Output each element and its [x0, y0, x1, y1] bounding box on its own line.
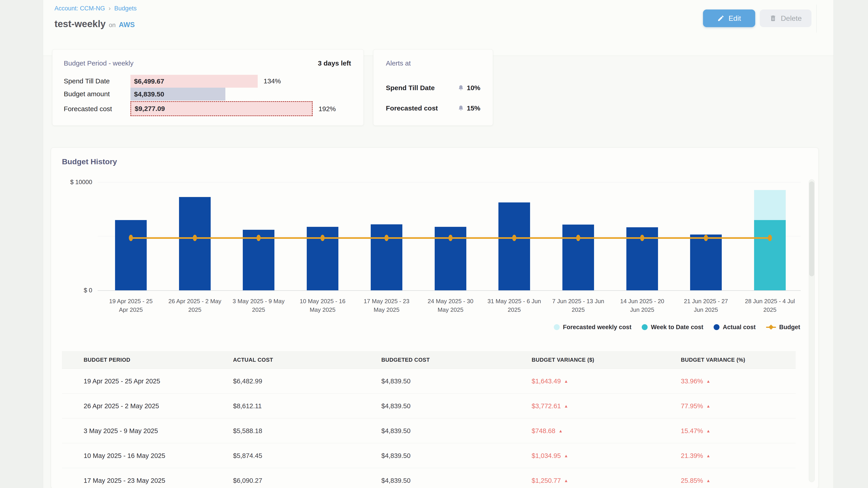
variance-up-icon: ▲: [706, 453, 710, 458]
table-header-cell: BUDGET PERIOD: [84, 357, 130, 363]
budget-line-marker[interactable]: [704, 235, 708, 241]
budget-period-title: Budget Period - weekly: [64, 59, 133, 67]
alert-label: Forecasted cost: [386, 104, 438, 112]
chart-bar-actual[interactable]: [115, 220, 147, 290]
budget-line-marker[interactable]: [512, 235, 516, 241]
budget-line-marker[interactable]: [640, 235, 644, 241]
x-axis-label: 14 Jun 2025 - 20Jun 2025: [606, 297, 678, 314]
page-header: Account: CCM-NG›Budgets test-weeklyonAWS…: [43, 0, 833, 56]
chart-bar-actual[interactable]: [690, 234, 722, 290]
table-cell: 3 May 2025 - 9 May 2025: [84, 427, 158, 434]
breadcrumb-budgets-link[interactable]: Budgets: [114, 5, 137, 12]
table-row: 10 May 2025 - 16 May 2025$5,874.45$4,839…: [62, 443, 796, 468]
table-row: 26 Apr 2025 - 2 May 2025$8,612.11$4,839.…: [62, 394, 796, 418]
legend-item[interactable]: Week to Date cost: [642, 324, 703, 331]
alert-threshold-value: 10%: [467, 84, 480, 92]
alert-threshold-value: 15%: [467, 104, 480, 112]
table-cell: $4,839.50: [381, 377, 410, 385]
legend-item[interactable]: Budget: [766, 324, 800, 331]
x-axis-label: 17 May 2025 - 23May 2025: [350, 297, 423, 314]
table-row: 19 Apr 2025 - 25 Apr 2025$6,482.99$4,839…: [62, 369, 796, 394]
main-panel: Account: CCM-NG›Budgets test-weeklyonAWS…: [43, 0, 834, 488]
legend-label: Budget: [779, 324, 800, 331]
table-cell: $8,612.11: [233, 402, 262, 410]
budget-line-marker[interactable]: [576, 235, 580, 241]
table-cell: 19 Apr 2025 - 25 Apr 2025: [84, 377, 160, 385]
variance-up-icon: ▲: [706, 403, 710, 408]
delete-button-label: Delete: [781, 14, 802, 23]
provider-label: AWS: [119, 21, 135, 29]
table-cell: $6,482.99: [233, 377, 262, 385]
x-axis-label: 31 May 2025 - 6 Jun2025: [478, 297, 550, 314]
pencil-icon: [717, 15, 724, 22]
budget-line-marker[interactable]: [320, 235, 324, 241]
variance-up-icon: ▲: [706, 478, 710, 483]
x-axis-label: 7 Jun 2025 - 13 Jun2025: [542, 297, 614, 314]
budget-line-marker[interactable]: [768, 235, 772, 241]
table-cell: $5,874.45: [233, 452, 262, 459]
y-axis-label: $ 0: [51, 287, 92, 294]
legend-swatch-line-marker: [766, 324, 776, 330]
legend-item[interactable]: Actual cost: [714, 324, 756, 331]
chart-bar-actual[interactable]: [179, 197, 211, 290]
budget-line-marker[interactable]: [448, 235, 453, 241]
x-axis-label: 19 Apr 2025 - 25Apr 2025: [95, 297, 167, 314]
budget-line-marker[interactable]: [256, 235, 260, 241]
chart-bar-week-to-date[interactable]: [754, 220, 786, 290]
table-header-cell: BUDGETED COST: [381, 357, 430, 363]
legend-label: Actual cost: [723, 324, 756, 331]
legend-swatch-circle: [642, 324, 648, 330]
table-header-cell: BUDGET VARIANCE ($): [532, 357, 594, 363]
budget-row-label: Budget amount: [64, 90, 110, 98]
legend-label: Week to Date cost: [651, 324, 703, 331]
table-cell: 10 May 2025 - 16 May 2025: [84, 452, 165, 459]
table-cell-variance: $3,772.61▲: [532, 402, 568, 410]
table-header-cell: BUDGET VARIANCE (%): [681, 357, 745, 363]
table-cell-variance: $748.68▲: [532, 427, 563, 434]
legend-item[interactable]: Forecasted weekly cost: [554, 324, 631, 331]
variance-up-icon: ▲: [564, 403, 568, 408]
chart-bar-forecasted-weekly[interactable]: [754, 190, 786, 220]
delete-button[interactable]: Delete: [760, 9, 811, 27]
x-axis-label: 10 May 2025 - 16May 2025: [286, 297, 359, 314]
trash-icon: [770, 15, 777, 22]
chart-bar-actual[interactable]: [371, 224, 402, 290]
alert-threshold: 15%: [458, 104, 480, 112]
budget-history-card: Budget History $ 0$ 1000019 Apr 2025 - 2…: [51, 148, 818, 488]
budget-bar-value: $6,499.67: [134, 77, 164, 85]
breadcrumb-account-link[interactable]: Account: CCM-NG: [55, 5, 105, 12]
x-axis-label: 28 Jun 2025 - 4 Jul2025: [734, 297, 806, 314]
budget-bar-value: $9,277.09: [135, 105, 165, 112]
table-cell-variance: 15.47%▲: [681, 427, 710, 434]
budget-line-marker[interactable]: [384, 235, 389, 241]
chart-bar-actual[interactable]: [498, 202, 530, 290]
legend-swatch-circle: [714, 324, 719, 330]
table-header-row: BUDGET PERIODACTUAL COSTBUDGETED COSTBUD…: [62, 351, 796, 369]
days-left-label: 3 days left: [318, 59, 351, 67]
x-axis-line: [98, 290, 801, 291]
table-cell-variance: $1,034.95▲: [532, 452, 568, 459]
table-cell: $4,839.50: [381, 477, 410, 484]
variance-up-icon: ▲: [564, 379, 568, 383]
breadcrumb: Account: CCM-NG›Budgets: [55, 5, 137, 12]
legend-label: Forecasted weekly cost: [563, 324, 631, 331]
table-cell-variance: 25.85%▲: [681, 477, 710, 484]
page: { "breadcrumb": { "items": [ { "label": …: [0, 0, 868, 488]
table-header-cell: ACTUAL COST: [233, 357, 273, 363]
legend-swatch-circle: [554, 324, 560, 330]
edit-button[interactable]: Edit: [703, 9, 755, 27]
edit-button-label: Edit: [728, 14, 741, 23]
bell-icon: [458, 85, 464, 91]
table-cell-variance: 21.39%▲: [681, 452, 710, 459]
table-row: 3 May 2025 - 9 May 2025$5,588.18$4,839.5…: [62, 418, 796, 443]
variance-up-icon: ▲: [706, 428, 710, 433]
budget-line-marker[interactable]: [193, 235, 197, 241]
x-axis-label: 24 May 2025 - 30May 2025: [414, 297, 487, 314]
card-scrollbar-thumb[interactable]: [809, 182, 814, 276]
y-axis-label: $ 10000: [51, 179, 92, 186]
card-scrollbar-track[interactable]: [809, 180, 815, 482]
table-cell: 17 May 2025 - 23 May 2025: [84, 477, 165, 484]
header-divider: [816, 4, 817, 33]
budget-line-marker[interactable]: [129, 235, 133, 241]
chart-bar-actual[interactable]: [562, 225, 594, 290]
